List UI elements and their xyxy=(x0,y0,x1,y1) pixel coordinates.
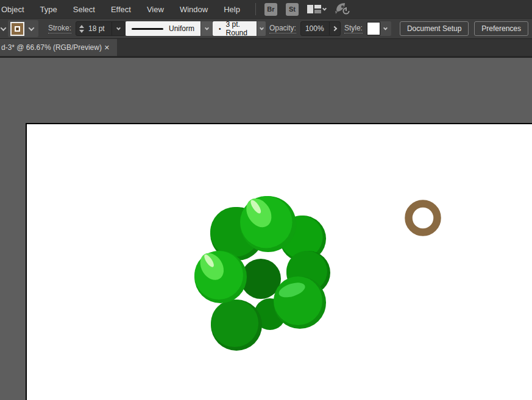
brush-group: • 3 pt. Round xyxy=(213,21,266,36)
document-tab-title: d-3* @ 66.67% (RGB/Preview) xyxy=(1,43,102,52)
stroke-weight-stepper[interactable] xyxy=(76,25,87,33)
style-panel-link[interactable]: Style: xyxy=(344,24,363,33)
canvas-area[interactable] xyxy=(0,58,532,400)
width-profile-value: Uniform xyxy=(169,24,194,33)
bridge-button[interactable]: Br xyxy=(264,3,277,16)
preferences-button[interactable]: Preferences xyxy=(474,21,528,36)
brown-ring-stroke xyxy=(409,204,438,233)
menu-object[interactable]: Object xyxy=(0,0,32,18)
document-tab-bar: d-3* @ 66.67% (RGB/Preview) ✕ xyxy=(0,39,532,56)
control-bar: Stroke: 18 pt Uniform • 3 pt. Round xyxy=(0,18,532,39)
center-hole xyxy=(241,259,281,299)
stroke-weight-field: 18 pt xyxy=(76,21,126,36)
brush-select[interactable]: • 3 pt. Round xyxy=(213,21,257,36)
opacity-expander[interactable] xyxy=(329,22,340,35)
menu-type[interactable]: Type xyxy=(32,0,65,18)
width-profile-group: Uniform xyxy=(126,21,213,36)
stroke-color-chevron-icon[interactable] xyxy=(29,25,35,31)
graphic-style-group xyxy=(367,21,391,36)
stroke-panel-link[interactable]: Stroke: xyxy=(48,24,71,33)
menu-view[interactable]: View xyxy=(139,0,172,18)
opacity-panel-link[interactable]: Opacity: xyxy=(269,24,296,33)
width-profile-select[interactable]: Uniform xyxy=(126,21,200,36)
stepper-down-icon[interactable] xyxy=(79,30,84,33)
gpu-performance-icon[interactable] xyxy=(335,2,350,17)
document-setup-button[interactable]: Document Setup xyxy=(400,21,469,36)
tab-close-icon[interactable]: ✕ xyxy=(102,44,112,52)
opacity-field: 100% xyxy=(300,21,341,36)
graphic-style-swatch[interactable] xyxy=(367,22,380,35)
brush-value: 3 pt. Round xyxy=(226,20,251,37)
stock-button[interactable]: St xyxy=(286,3,299,16)
stroke-weight-dropdown[interactable] xyxy=(112,22,125,35)
menu-separator xyxy=(255,3,256,15)
menu-bar-right: Br St xyxy=(255,2,350,17)
brush-dot-icon: • xyxy=(219,26,221,32)
menu-effect[interactable]: Effect xyxy=(103,0,139,18)
uniform-profile-icon xyxy=(132,28,163,30)
workspace-chevron-icon[interactable] xyxy=(322,6,327,10)
illustrator-window: Object Type Select Effect View Window He… xyxy=(0,0,532,400)
stroke-color-swatch[interactable] xyxy=(10,22,24,36)
document-tab[interactable]: d-3* @ 66.67% (RGB/Preview) ✕ xyxy=(0,39,117,56)
menu-help[interactable]: Help xyxy=(216,0,248,18)
graphic-style-dropdown[interactable] xyxy=(380,21,391,36)
menu-items: Object Type Select Effect View Window He… xyxy=(0,0,248,18)
menu-bar: Object Type Select Effect View Window He… xyxy=(0,0,532,18)
width-profile-dropdown[interactable] xyxy=(200,21,213,36)
clipped-dropdown-chevron-icon[interactable] xyxy=(1,27,5,31)
stroke-proxy-icon xyxy=(15,26,20,32)
workspace-switcher-icon[interactable] xyxy=(307,4,326,14)
menu-window[interactable]: Window xyxy=(172,0,216,18)
opacity-value[interactable]: 100% xyxy=(301,24,329,33)
stroke-weight-value[interactable]: 18 pt xyxy=(87,24,112,33)
brush-dropdown[interactable] xyxy=(257,21,266,36)
tree-foliage-artwork[interactable] xyxy=(194,194,438,351)
stroke-color-group xyxy=(8,20,38,37)
stepper-up-icon[interactable] xyxy=(79,25,84,28)
menu-select[interactable]: Select xyxy=(65,0,103,18)
artwork-svg xyxy=(0,58,532,400)
